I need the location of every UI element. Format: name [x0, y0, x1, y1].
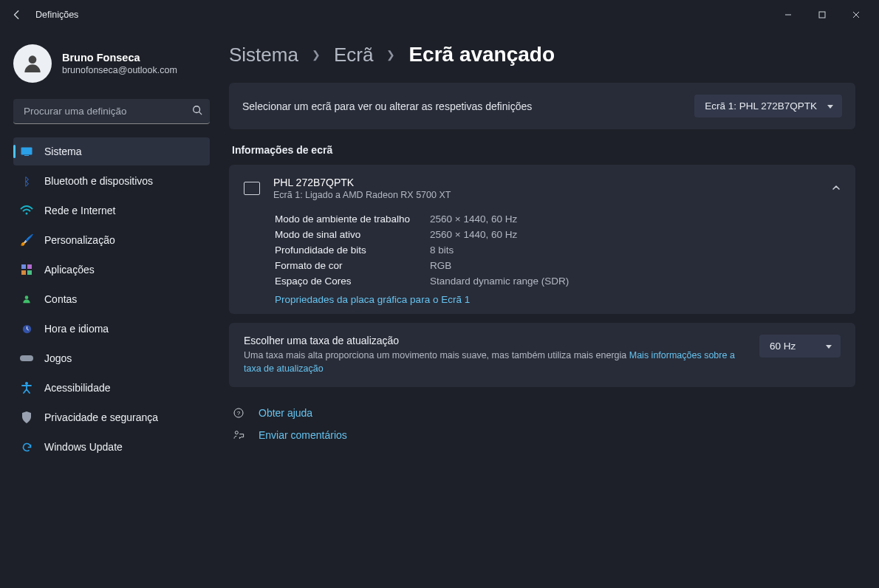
sidebar-item-sistema[interactable]: Sistema	[13, 137, 210, 165]
sidebar-item-rede-e-internet[interactable]: Rede e Internet	[13, 196, 210, 225]
chevron-right-icon: ❯	[386, 49, 395, 61]
sidebar-item-label: Windows Update	[44, 441, 123, 453]
feedback-icon	[232, 428, 245, 442]
info-value: RGB	[430, 260, 841, 271]
titlebar: Definições	[0, 0, 879, 30]
update-icon	[19, 440, 34, 454]
monitor-icon	[244, 182, 260, 195]
info-value: 2560 × 1440, 60 Hz	[430, 213, 841, 225]
info-value: 2560 × 1440, 60 Hz	[430, 229, 841, 240]
info-label: Profundidade de bits	[275, 245, 430, 256]
svg-point-20	[235, 431, 238, 434]
wifi-icon	[19, 203, 34, 218]
svg-point-14	[25, 295, 29, 299]
info-section-title: Informações de ecrã	[232, 144, 855, 156]
sidebar-item-label: Hora e idioma	[44, 323, 109, 335]
svg-rect-8	[24, 155, 29, 156]
refresh-rate-card: Escolher uma taxa de atualização Uma tax…	[229, 323, 855, 387]
maximize-button[interactable]	[805, 3, 839, 27]
refresh-rate-title: Escolher uma taxa de atualização	[244, 335, 749, 346]
svg-rect-12	[21, 270, 26, 275]
svg-line-6	[199, 112, 202, 115]
svg-rect-13	[27, 270, 32, 275]
sidebar-item-label: Sistema	[44, 146, 82, 157]
sidebar-item-personaliza-o[interactable]: 🖌️Personalização	[13, 226, 210, 254]
svg-point-9	[26, 213, 28, 215]
svg-point-4	[29, 55, 37, 64]
minimize-button[interactable]	[771, 3, 805, 27]
info-value: 8 bits	[430, 245, 841, 256]
sidebar-item-jogos[interactable]: Jogos	[13, 344, 210, 372]
help-link[interactable]: Obter ajuda	[259, 407, 312, 419]
svg-rect-11	[27, 264, 32, 269]
display-icon	[19, 144, 34, 159]
display-selector[interactable]: Ecrã 1: PHL 272B7QPTK	[694, 95, 842, 117]
help-icon: ?	[232, 406, 245, 420]
banner-message: Selecionar um ecrã para ver ou alterar a…	[242, 100, 684, 112]
display-info-card: PHL 272B7QPTK Ecrã 1: Ligado a AMD Radeo…	[229, 165, 855, 314]
sidebar-item-bluetooth-e-dispositivos[interactable]: ᛒBluetooth e dispositivos	[13, 167, 210, 195]
close-button[interactable]	[839, 3, 873, 27]
shield-icon	[19, 410, 34, 425]
sidebar-item-label: Bluetooth e dispositivos	[44, 175, 153, 187]
brush-icon: 🖌️	[19, 233, 34, 247]
info-value: Standard dynamic range (SDR)	[430, 276, 841, 287]
sidebar: Bruno Fonseca brunofonseca@outlook.com S…	[0, 30, 222, 588]
sidebar-item-privacidade-e-seguran-a[interactable]: Privacidade e segurança	[13, 403, 210, 431]
account-block[interactable]: Bruno Fonseca brunofonseca@outlook.com	[13, 38, 210, 93]
account-email: brunofonseca@outlook.com	[62, 65, 177, 75]
footer-links: ? Obter ajuda Enviar comentários	[229, 396, 855, 442]
search-input[interactable]	[22, 105, 186, 117]
display-subtitle: Ecrã 1: Ligado a AMD Radeon RX 5700 XT	[273, 190, 451, 200]
breadcrumb-sistema[interactable]: Sistema	[229, 44, 298, 66]
info-label: Espaço de Cores	[275, 276, 430, 287]
sidebar-item-aplica-es[interactable]: Aplicações	[13, 256, 210, 284]
feedback-link-row: Enviar comentários	[232, 428, 855, 442]
sidebar-item-label: Acessibilidade	[44, 382, 111, 394]
display-info-grid: Modo de ambiente de trabalho2560 × 1440,…	[229, 211, 855, 314]
search-icon	[192, 105, 202, 117]
main-panel: Sistema ❯ Ecrã ❯ Ecrã avançado Seleciona…	[222, 30, 879, 588]
svg-text:?: ?	[237, 410, 241, 417]
chevron-up-icon	[832, 183, 841, 194]
sidebar-item-contas[interactable]: Contas	[13, 285, 210, 313]
breadcrumb: Sistema ❯ Ecrã ❯ Ecrã avançado	[229, 43, 855, 66]
avatar	[13, 44, 52, 83]
sidebar-item-label: Privacidade e segurança	[44, 411, 158, 423]
feedback-link[interactable]: Enviar comentários	[259, 429, 347, 441]
refresh-rate-desc: Uma taxa mais alta proporciona um movime…	[244, 349, 749, 375]
breadcrumb-ecra[interactable]: Ecrã	[334, 44, 373, 66]
back-button[interactable]	[6, 4, 28, 26]
apps-icon	[19, 262, 34, 277]
breadcrumb-current: Ecrã avançado	[408, 43, 555, 66]
bluetooth-icon: ᛒ	[19, 174, 34, 188]
sidebar-item-hora-e-idioma[interactable]: Hora e idioma	[13, 315, 210, 343]
svg-point-17	[25, 382, 28, 385]
account-name: Bruno Fonseca	[62, 52, 177, 64]
adapter-properties-link[interactable]: Propriedades da placa gráfica para o Ecr…	[275, 294, 841, 305]
search-box[interactable]	[13, 99, 210, 124]
sidebar-item-label: Jogos	[44, 352, 72, 364]
nav: SistemaᛒBluetooth e dispositivosRede e I…	[13, 137, 210, 461]
display-info-header[interactable]: PHL 272B7QPTK Ecrã 1: Ligado a AMD Radeo…	[229, 165, 855, 211]
display-selector-value: Ecrã 1: PHL 272B7QPTK	[705, 100, 817, 112]
chevron-right-icon: ❯	[312, 49, 321, 61]
help-link-row: ? Obter ajuda	[232, 406, 855, 420]
sidebar-item-label: Contas	[44, 293, 77, 305]
window-title: Definições	[35, 10, 78, 20]
clock-icon	[19, 321, 34, 336]
game-icon	[19, 351, 34, 366]
select-display-banner: Selecionar um ecrã para ver ou alterar a…	[229, 83, 855, 129]
sidebar-item-acessibilidade[interactable]: Acessibilidade	[13, 374, 210, 402]
sidebar-item-label: Personalização	[44, 234, 115, 246]
sidebar-item-label: Rede e Internet	[44, 205, 116, 216]
svg-rect-1	[819, 12, 825, 18]
info-label: Modo de ambiente de trabalho	[275, 213, 430, 225]
refresh-rate-value: 60 Hz	[770, 341, 796, 352]
svg-rect-7	[21, 148, 33, 155]
svg-point-5	[194, 106, 200, 113]
refresh-rate-select[interactable]: 60 Hz	[759, 335, 841, 358]
sidebar-item-windows-update[interactable]: Windows Update	[13, 433, 210, 461]
svg-rect-10	[21, 264, 26, 269]
accessibility-icon	[19, 380, 34, 395]
